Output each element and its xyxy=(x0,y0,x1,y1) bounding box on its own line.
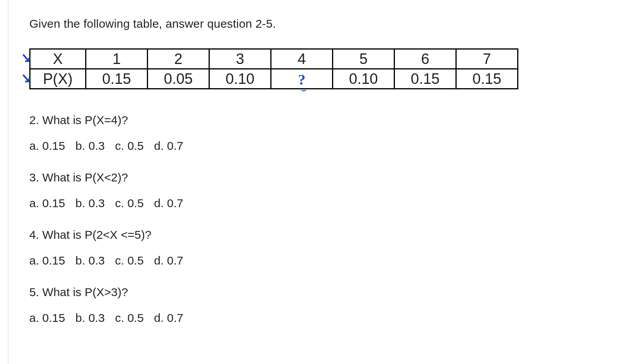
option-b: b. 0.3 xyxy=(75,311,105,324)
question-2-options: a. 0.15 b. 0.3 c. 0.5 d. 0.7 xyxy=(29,138,641,153)
question-2-text: 2. What is P(X=4)? xyxy=(29,113,641,128)
option-b: b. 0.3 xyxy=(75,254,105,267)
p-value: 0.15 xyxy=(456,69,518,89)
row-label-x: X xyxy=(30,49,86,69)
probability-table: X 1 2 3 4 5 6 7 P(X) 0.15 0.05 0.10 ? ⌣ … xyxy=(29,48,518,89)
x-value: 5 xyxy=(333,49,395,69)
probability-table-wrap: ↘ ↘ X 1 2 3 4 5 6 7 P(X) 0.15 0.05 0.10 … xyxy=(29,48,641,89)
option-b: b. 0.3 xyxy=(75,197,105,210)
hand-arrow-icon: ↘ xyxy=(20,71,33,84)
p-value: 0.15 xyxy=(86,69,148,89)
option-c: c. 0.5 xyxy=(115,311,144,324)
question-5-options: a. 0.15 b. 0.3 c. 0.5 d. 0.7 xyxy=(29,311,641,325)
question-5-text: 5. What is P(X>3)? xyxy=(29,285,641,300)
x-value: 4 xyxy=(271,49,333,69)
p-value-unknown: ? ⌣ xyxy=(271,69,333,89)
x-value: 7 xyxy=(456,49,518,69)
option-c: c. 0.5 xyxy=(115,139,144,152)
option-c: c. 0.5 xyxy=(115,254,144,267)
hand-arrow-icon: ↘ xyxy=(20,51,33,64)
question-4-options: a. 0.15 b. 0.3 c. 0.5 d. 0.7 xyxy=(29,253,641,268)
table-row: P(X) 0.15 0.05 0.10 ? ⌣ 0.10 0.15 0.15 xyxy=(30,69,518,89)
question-4-text: 4. What is P(2<X <=5)? xyxy=(29,227,641,242)
table-row: X 1 2 3 4 5 6 7 xyxy=(30,49,518,69)
x-value: 3 xyxy=(209,49,271,69)
option-d: d. 0.7 xyxy=(154,139,183,152)
option-a: a. 0.15 xyxy=(29,139,65,152)
p-value: 0.10 xyxy=(333,69,395,89)
option-b: b. 0.3 xyxy=(75,139,105,152)
hand-tick-icon: ⌣ xyxy=(301,86,306,94)
option-d: d. 0.7 xyxy=(154,311,183,324)
p-value: 0.05 xyxy=(148,69,209,89)
x-value: 6 xyxy=(395,49,456,69)
option-d: d. 0.7 xyxy=(154,197,183,210)
p-value: 0.15 xyxy=(395,69,456,89)
x-value: 2 xyxy=(148,49,209,69)
p-value: 0.10 xyxy=(209,69,271,89)
intro-text: Given the following table, answer questi… xyxy=(29,17,641,30)
x-value: 1 xyxy=(86,49,148,69)
questions-block: 2. What is P(X=4)? a. 0.15 b. 0.3 c. 0.5… xyxy=(29,113,641,325)
question-3-options: a. 0.15 b. 0.3 c. 0.5 d. 0.7 xyxy=(29,196,641,211)
question-mark-icon: ? xyxy=(298,72,305,87)
document-page: Given the following table, answer questi… xyxy=(0,0,641,325)
option-a: a. 0.15 xyxy=(29,311,65,324)
option-a: a. 0.15 xyxy=(29,197,65,210)
option-d: d. 0.7 xyxy=(154,254,183,267)
question-3-text: 3. What is P(X<2)? xyxy=(29,170,641,185)
row-label-px: P(X) xyxy=(30,69,86,89)
option-c: c. 0.5 xyxy=(115,197,144,210)
option-a: a. 0.15 xyxy=(29,254,65,267)
